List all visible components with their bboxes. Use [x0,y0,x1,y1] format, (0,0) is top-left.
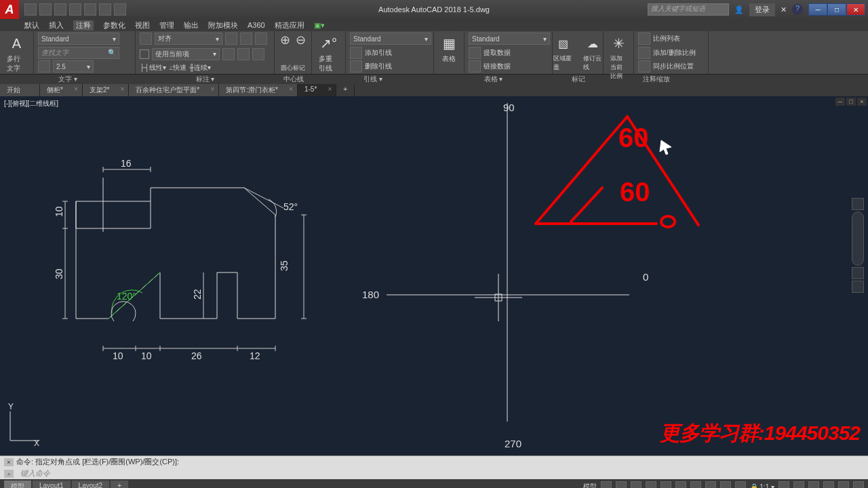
grid-icon[interactable] [601,481,612,488]
panel-leader[interactable]: 引线 ▾ [312,75,434,84]
qat-new-icon[interactable] [24,3,37,16]
custom-icon[interactable] [853,481,864,488]
panel-center[interactable]: 中心线 [275,75,312,84]
panel-text[interactable]: 文字 ▾ [0,75,136,84]
checkbox-current[interactable] [140,49,149,59]
addscale-button[interactable]: ✳添加当前比例 [608,33,629,82]
addrm-label[interactable]: 添加/删除比例 [653,48,696,58]
vp-close-icon[interactable]: × [857,98,867,106]
search-input[interactable]: 搜入关键字或短语 [648,3,729,16]
hardware-icon[interactable] [823,481,834,488]
sync-icon[interactable] [638,60,650,73]
nav-pan-icon[interactable] [852,267,864,279]
doctab-3[interactable]: 百余种住宅户型平面*× [129,84,219,96]
tab-addins[interactable]: 附加模块 [208,20,238,30]
scalelist-icon[interactable] [638,33,650,45]
add-leader-icon[interactable] [350,47,362,59]
panel-table[interactable]: 表格 ▾ [434,75,553,84]
dim-b3[interactable] [255,33,267,45]
dim-style-dropdown[interactable]: 对齐▾ [155,33,222,45]
osnap-icon[interactable] [660,481,671,488]
centerline-icon[interactable]: ⊖ [296,33,306,47]
command-input[interactable]: ▸键入命令 [0,468,868,479]
lweight-icon[interactable] [690,481,701,488]
leader-style-dropdown[interactable]: Standard▾ [350,33,431,45]
remove-leader-icon[interactable] [350,60,362,73]
ortho-icon[interactable] [631,481,642,488]
qat-plot-icon[interactable] [84,3,96,16]
qat-save-icon[interactable] [54,3,66,16]
sync-label[interactable]: 同步比例位置 [653,62,694,71]
table-style-dropdown[interactable]: Standard▾ [469,33,550,45]
revcloud-button[interactable]: ☁修订云线 [580,33,605,73]
cmd-toggle-icon[interactable]: ▸ [4,470,14,478]
tab-a360[interactable]: A360 [248,21,265,29]
tab-manage[interactable]: 管理 [159,20,174,30]
table-button[interactable]: ▦表格 [438,33,460,65]
tab-insert[interactable]: 插入 [49,20,64,30]
tab-more-icon[interactable]: ▣▾ [314,21,325,30]
mleader-button[interactable]: ↗°多重引线 [316,33,341,75]
qat-open-icon[interactable] [39,3,52,16]
panel-markup[interactable]: 标记 [553,75,604,84]
user-icon[interactable]: 👤 [734,5,744,14]
doctab-start[interactable]: 开始 [0,84,40,96]
qat-saveas-icon[interactable] [69,3,81,16]
centermark-icon[interactable]: ⊕ [280,33,290,47]
close-icon[interactable]: × [121,85,125,93]
layout-2[interactable]: Layout2 [72,481,110,488]
model-toggle[interactable]: 模型 [583,482,597,488]
extract-label[interactable]: 提取数据 [484,48,511,58]
app-logo[interactable]: A [0,0,19,19]
doctab-1[interactable]: 侧柜*× [40,84,83,96]
annomon-icon[interactable] [735,481,746,488]
qat-redo-icon[interactable] [114,3,126,16]
exchange-icon[interactable]: ✕ [781,5,787,14]
dim-b4[interactable] [222,48,235,60]
dim-b1[interactable] [225,33,237,45]
nav-orbit-icon[interactable] [852,281,864,293]
tab-default[interactable]: 默认 [24,20,39,30]
tab-output[interactable]: 输出 [184,20,199,30]
transp-icon[interactable] [705,481,716,488]
nav-wheel[interactable] [852,211,864,266]
doctab-5[interactable]: 1-5*× [298,84,336,96]
qat-undo-icon[interactable] [99,3,111,16]
addrm-icon[interactable] [638,47,650,59]
scalelist-label[interactable]: 比例列表 [653,34,680,43]
layout-model[interactable]: 模型 [4,481,31,488]
wipeout-button[interactable]: ▧区域覆盖 [551,33,575,73]
cmd-close-icon[interactable]: × [4,458,14,466]
add-leader-label[interactable]: 添加引线 [365,48,392,58]
close-button[interactable]: ✕ [846,3,865,16]
dim-icon[interactable] [140,33,152,45]
link-label[interactable]: 链接数据 [484,62,511,71]
otrack-icon[interactable] [675,481,686,488]
help-icon[interactable]: ? [792,4,803,15]
cycling-icon[interactable] [720,481,731,488]
tab-featured[interactable]: 精选应用 [275,20,304,30]
dim-b6[interactable] [252,48,264,60]
workspace-icon[interactable] [793,481,804,488]
login-button[interactable]: 登录 [749,3,775,16]
minimize-button[interactable]: ─ [808,3,827,16]
maximize-button[interactable]: □ [827,3,846,16]
close-icon[interactable]: × [210,85,214,93]
continue-button[interactable]: ╫连续▾ [189,63,211,73]
text-style-dropdown[interactable]: Standard▾ [38,33,119,45]
isolate-icon[interactable] [808,481,819,488]
polar-icon[interactable] [646,481,656,488]
close-icon[interactable]: × [328,85,332,93]
doctab-4[interactable]: 第四节:滑门衣柜*× [219,84,298,96]
remove-leader-label[interactable]: 删除引线 [365,62,392,71]
doctab-2[interactable]: 支架2*× [83,84,129,96]
dim-b5[interactable] [237,48,250,60]
tab-annotate[interactable]: 注释 [73,20,94,30]
layout-add[interactable]: + [111,481,128,488]
gear-icon[interactable] [778,481,789,488]
close-icon[interactable]: × [74,85,78,93]
nav-home-icon[interactable] [852,198,864,210]
tab-view[interactable]: 视图 [135,20,150,30]
new-tab-button[interactable]: + [336,84,355,96]
use-current-dropdown[interactable]: 使用当前项▾ [152,48,220,60]
